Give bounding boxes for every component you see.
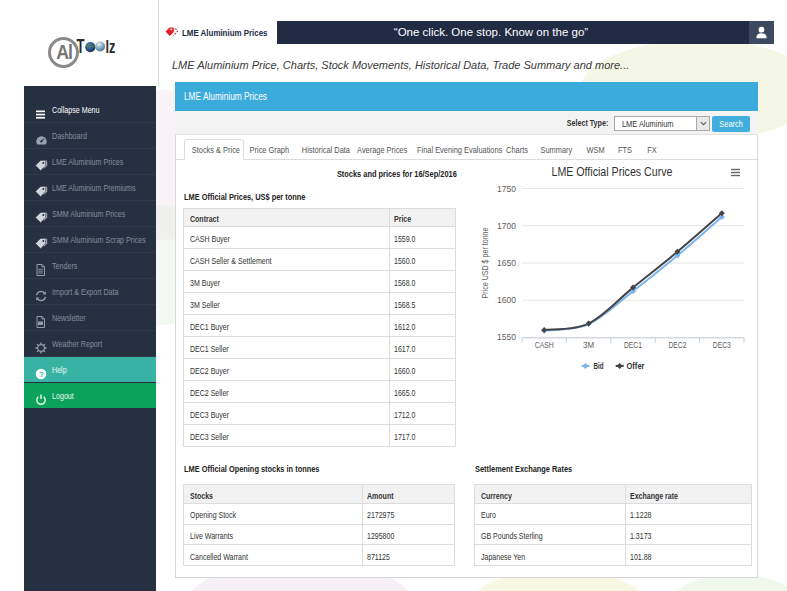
svg-text:1700: 1700 xyxy=(497,221,516,231)
svg-text:LME Official Prices Curve: LME Official Prices Curve xyxy=(552,165,673,179)
svg-text:1750: 1750 xyxy=(497,184,516,194)
svg-text:1550: 1550 xyxy=(497,332,516,342)
svg-text:1600: 1600 xyxy=(497,295,516,305)
svg-text:?: ? xyxy=(39,370,44,379)
svg-text:1650: 1650 xyxy=(497,258,516,268)
svg-text:Price USD $ per tonne: Price USD $ per tonne xyxy=(480,227,490,298)
svg-text:lz: lz xyxy=(106,36,116,56)
svg-text:T: T xyxy=(77,36,85,56)
svg-text:3M: 3M xyxy=(583,340,594,350)
svg-text:Bid: Bid xyxy=(594,360,604,371)
svg-text:DEC3: DEC3 xyxy=(713,340,731,350)
svg-text:CASH: CASH xyxy=(535,340,554,350)
svg-text:Offer: Offer xyxy=(627,360,645,371)
svg-text:DEC2: DEC2 xyxy=(668,340,686,350)
svg-text:DEC1: DEC1 xyxy=(624,340,642,350)
